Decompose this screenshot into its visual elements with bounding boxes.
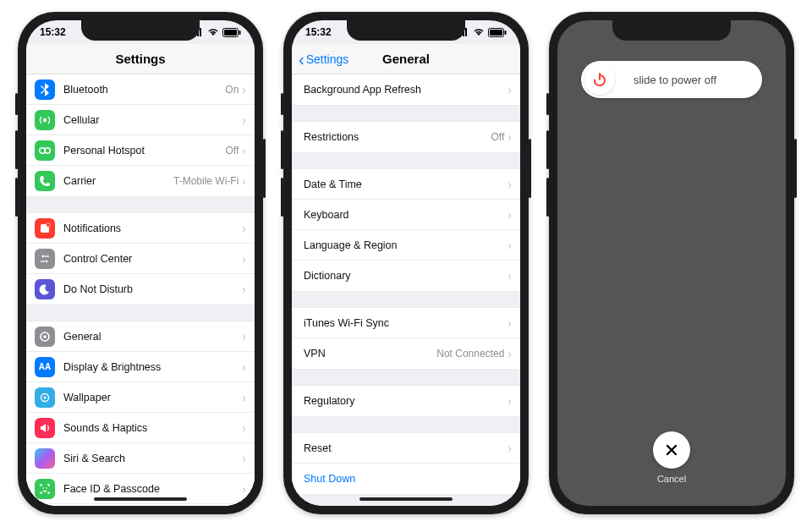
row-label: Notifications xyxy=(63,222,242,234)
row-label: Language & Region xyxy=(304,239,508,251)
faceid-icon xyxy=(35,479,55,499)
row-label: Reset xyxy=(304,442,508,454)
general-row-reset[interactable]: Reset› xyxy=(292,433,520,464)
navbar-general: ‹ Settings General xyxy=(292,44,520,74)
row-label: Shut Down xyxy=(304,473,512,485)
chevron-right-icon: › xyxy=(242,452,246,465)
chevron-right-icon: › xyxy=(242,360,246,374)
svg-point-12 xyxy=(42,255,45,257)
general-row-shutdown[interactable]: Shut Down xyxy=(292,464,520,494)
row-label: VPN xyxy=(304,348,436,360)
row-label: Siri & Search xyxy=(63,453,242,464)
general-row-restrictions[interactable]: Restrictions Off › xyxy=(292,122,520,152)
settings-row-cellular[interactable]: Cellular › xyxy=(26,105,255,135)
row-label: Date & Time xyxy=(304,178,508,190)
row-detail: Not Connected xyxy=(436,348,504,360)
general-icon xyxy=(35,327,55,347)
row-detail: On xyxy=(225,84,239,96)
general-row-keyboard[interactable]: Keyboard› xyxy=(292,200,520,230)
settings-row-dnd[interactable]: Do Not Disturb › xyxy=(26,274,255,305)
slide-to-power-off[interactable]: slide to power off xyxy=(581,61,762,98)
general-row-bg-app-refresh[interactable]: Background App Refresh › xyxy=(292,74,520,105)
row-detail: Off xyxy=(226,145,239,156)
chevron-right-icon: › xyxy=(508,394,512,408)
bluetooth-icon xyxy=(35,80,55,100)
cancel-label: Cancel xyxy=(557,474,786,484)
row-label: Personal Hotspot xyxy=(63,145,226,156)
chevron-right-icon: › xyxy=(508,130,512,144)
row-label: Face ID & Passcode xyxy=(63,483,242,495)
settings-row-display[interactable]: AA Display & Brightness › xyxy=(26,352,255,382)
status-time: 15:32 xyxy=(305,26,332,38)
svg-rect-3 xyxy=(200,28,201,36)
row-label: Regulatory xyxy=(304,395,508,407)
settings-row-siri[interactable]: Siri & Search › xyxy=(26,443,255,474)
phone-settings: 15:32 Settings xyxy=(18,12,263,514)
cancel-button[interactable] xyxy=(653,431,690,469)
carrier-icon xyxy=(35,171,55,191)
chevron-left-icon: ‹ xyxy=(299,51,304,68)
settings-row-wallpaper[interactable]: Wallpaper › xyxy=(26,382,255,413)
home-indicator[interactable] xyxy=(94,497,187,501)
back-button[interactable]: ‹ Settings xyxy=(299,51,348,68)
svg-rect-5 xyxy=(224,30,237,36)
general-row-vpn[interactable]: VPNNot Connected› xyxy=(292,338,520,369)
display-icon: AA xyxy=(35,357,55,377)
sounds-icon xyxy=(35,418,55,438)
device-notch xyxy=(612,20,731,41)
wallpaper-icon xyxy=(35,387,55,408)
svg-point-20 xyxy=(42,487,44,489)
phone-power-off: slide to power off Cancel xyxy=(549,12,794,514)
settings-row-notifications[interactable]: Notifications › xyxy=(26,213,255,244)
chevron-right-icon: › xyxy=(242,113,246,127)
chevron-right-icon: › xyxy=(242,283,246,296)
row-label: Keyboard xyxy=(304,209,508,221)
settings-row-hotspot[interactable]: Personal Hotspot Off › xyxy=(26,135,255,166)
svg-point-7 xyxy=(43,118,47,121)
page-title: Settings xyxy=(115,52,165,66)
notifications-icon xyxy=(35,218,55,239)
close-icon xyxy=(664,442,679,458)
chevron-right-icon: › xyxy=(508,269,512,283)
svg-rect-6 xyxy=(239,30,241,35)
row-label: Carrier xyxy=(63,175,173,187)
home-indicator[interactable] xyxy=(359,497,453,501)
wifi-icon xyxy=(207,28,219,36)
svg-point-14 xyxy=(46,260,48,262)
navbar-settings: Settings xyxy=(26,44,255,74)
chevron-right-icon: › xyxy=(242,252,246,266)
slide-label: slide to power off xyxy=(615,74,759,86)
row-label: iTunes Wi-Fi Sync xyxy=(304,317,508,329)
phone-general: 15:32 ‹ Settings General Background App … xyxy=(283,12,529,514)
svg-point-17 xyxy=(43,335,47,338)
chevron-right-icon: › xyxy=(508,208,512,222)
battery-icon xyxy=(222,28,241,37)
row-label: Background App Refresh xyxy=(304,84,508,96)
general-row-dictionary[interactable]: Dictionary› xyxy=(292,261,520,291)
general-row-language-region[interactable]: Language & Region› xyxy=(292,230,520,261)
chevron-right-icon: › xyxy=(242,83,246,96)
settings-row-sos[interactable]: SOS Emergency SOS › xyxy=(26,504,255,506)
chevron-right-icon: › xyxy=(508,442,512,455)
row-label: Bluetooth xyxy=(63,84,225,96)
power-icon[interactable] xyxy=(584,64,615,95)
cellular-icon xyxy=(35,110,55,130)
svg-rect-30 xyxy=(490,30,502,36)
general-row-date-time[interactable]: Date & Time› xyxy=(292,169,520,200)
general-row-regulatory[interactable]: Regulatory› xyxy=(292,386,520,416)
settings-row-carrier[interactable]: Carrier T-Mobile Wi-Fi › xyxy=(26,166,255,196)
settings-row-control-center[interactable]: Control Center › xyxy=(26,244,255,274)
page-title: General xyxy=(382,52,430,66)
settings-row-bluetooth[interactable]: Bluetooth On › xyxy=(26,74,255,105)
row-label: Wallpaper xyxy=(63,392,242,403)
svg-point-11 xyxy=(47,222,51,227)
row-label: Restrictions xyxy=(304,131,491,143)
wifi-icon xyxy=(473,28,485,36)
hotspot-icon xyxy=(35,140,55,161)
dnd-icon xyxy=(35,279,55,299)
row-label: Dictionary xyxy=(304,270,508,282)
general-row-itunes-wifi-sync[interactable]: iTunes Wi-Fi Sync› xyxy=(292,308,520,338)
svg-rect-15 xyxy=(41,261,45,261)
settings-row-sounds[interactable]: Sounds & Haptics › xyxy=(26,413,255,443)
settings-row-general[interactable]: General › xyxy=(26,321,255,352)
